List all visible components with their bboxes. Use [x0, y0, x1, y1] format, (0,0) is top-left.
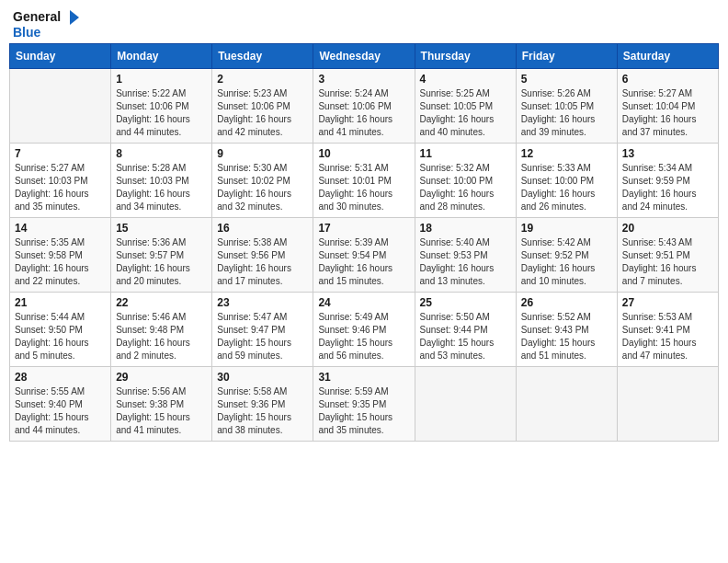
day-number: 30	[217, 371, 308, 384]
calendar-cell	[10, 69, 111, 144]
day-number: 14	[15, 222, 106, 235]
col-header-saturday: Saturday	[617, 44, 718, 69]
day-info: Sunrise: 5:43 AMSunset: 9:51 PMDaylight:…	[622, 236, 713, 288]
day-number: 3	[318, 73, 409, 86]
day-number: 1	[116, 73, 207, 86]
day-info: Sunrise: 5:40 AMSunset: 9:53 PMDaylight:…	[420, 236, 511, 288]
day-number: 12	[521, 147, 612, 160]
calendar-cell: 10Sunrise: 5:31 AMSunset: 10:01 PMDaylig…	[313, 144, 415, 218]
calendar-cell: 11Sunrise: 5:32 AMSunset: 10:00 PMDaylig…	[415, 144, 516, 218]
day-info: Sunrise: 5:59 AMSunset: 9:35 PMDaylight:…	[318, 385, 409, 437]
day-info: Sunrise: 5:52 AMSunset: 9:43 PMDaylight:…	[521, 311, 612, 362]
calendar-cell: 12Sunrise: 5:33 AMSunset: 10:00 PMDaylig…	[516, 144, 617, 218]
calendar-cell: 13Sunrise: 5:34 AMSunset: 9:59 PMDayligh…	[617, 144, 718, 218]
col-header-monday: Monday	[111, 44, 212, 69]
calendar-cell: 26Sunrise: 5:52 AMSunset: 9:43 PMDayligh…	[516, 293, 617, 367]
day-number: 21	[15, 296, 106, 309]
calendar-cell	[415, 367, 516, 442]
day-number: 31	[318, 371, 409, 384]
day-number: 28	[15, 371, 106, 384]
svg-marker-0	[70, 10, 79, 25]
day-info: Sunrise: 5:38 AMSunset: 9:56 PMDaylight:…	[217, 236, 308, 288]
day-number: 18	[420, 222, 511, 235]
day-info: Sunrise: 5:55 AMSunset: 9:40 PMDaylight:…	[15, 385, 106, 437]
day-number: 25	[420, 296, 511, 309]
calendar-cell: 20Sunrise: 5:43 AMSunset: 9:51 PMDayligh…	[617, 218, 718, 293]
calendar-cell: 3Sunrise: 5:24 AMSunset: 10:06 PMDayligh…	[313, 69, 415, 144]
col-header-sunday: Sunday	[10, 44, 111, 69]
day-number: 11	[420, 147, 511, 160]
calendar-cell: 21Sunrise: 5:44 AMSunset: 9:50 PMDayligh…	[10, 293, 111, 367]
day-number: 19	[521, 222, 612, 235]
calendar-cell	[617, 367, 718, 442]
col-header-thursday: Thursday	[415, 44, 516, 69]
day-number: 22	[116, 296, 207, 309]
day-info: Sunrise: 5:27 AMSunset: 10:03 PMDaylight…	[15, 162, 106, 213]
day-info: Sunrise: 5:22 AMSunset: 10:06 PMDaylight…	[116, 87, 207, 139]
calendar-cell: 24Sunrise: 5:49 AMSunset: 9:46 PMDayligh…	[313, 293, 415, 367]
calendar-cell: 15Sunrise: 5:36 AMSunset: 9:57 PMDayligh…	[111, 218, 212, 293]
day-info: Sunrise: 5:26 AMSunset: 10:05 PMDaylight…	[521, 87, 612, 139]
day-info: Sunrise: 5:34 AMSunset: 9:59 PMDaylight:…	[622, 162, 713, 213]
day-number: 8	[116, 147, 207, 160]
day-info: Sunrise: 5:42 AMSunset: 9:52 PMDaylight:…	[521, 236, 612, 288]
col-header-friday: Friday	[516, 44, 617, 69]
calendar-cell: 4Sunrise: 5:25 AMSunset: 10:05 PMDayligh…	[415, 69, 516, 144]
logo-text: General Blue	[13, 9, 79, 40]
day-info: Sunrise: 5:28 AMSunset: 10:03 PMDaylight…	[116, 162, 207, 213]
day-info: Sunrise: 5:30 AMSunset: 10:02 PMDaylight…	[217, 162, 308, 213]
day-info: Sunrise: 5:49 AMSunset: 9:46 PMDaylight:…	[318, 311, 409, 362]
day-info: Sunrise: 5:24 AMSunset: 10:06 PMDaylight…	[318, 87, 409, 139]
calendar-cell: 18Sunrise: 5:40 AMSunset: 9:53 PMDayligh…	[415, 218, 516, 293]
calendar-cell: 28Sunrise: 5:55 AMSunset: 9:40 PMDayligh…	[10, 367, 111, 442]
col-header-wednesday: Wednesday	[313, 44, 415, 69]
calendar-cell: 14Sunrise: 5:35 AMSunset: 9:58 PMDayligh…	[10, 218, 111, 293]
calendar-cell: 31Sunrise: 5:59 AMSunset: 9:35 PMDayligh…	[313, 367, 415, 442]
calendar-cell: 19Sunrise: 5:42 AMSunset: 9:52 PMDayligh…	[516, 218, 617, 293]
day-number: 2	[217, 73, 308, 86]
day-info: Sunrise: 5:32 AMSunset: 10:00 PMDaylight…	[420, 162, 511, 213]
day-info: Sunrise: 5:25 AMSunset: 10:05 PMDaylight…	[420, 87, 511, 139]
calendar-cell: 27Sunrise: 5:53 AMSunset: 9:41 PMDayligh…	[617, 293, 718, 367]
day-number: 10	[318, 147, 409, 160]
day-number: 24	[318, 296, 409, 309]
day-number: 26	[521, 296, 612, 309]
day-info: Sunrise: 5:46 AMSunset: 9:48 PMDaylight:…	[116, 311, 207, 362]
day-number: 27	[622, 296, 713, 309]
day-info: Sunrise: 5:23 AMSunset: 10:06 PMDaylight…	[217, 87, 308, 139]
day-info: Sunrise: 5:56 AMSunset: 9:38 PMDaylight:…	[116, 385, 207, 437]
calendar-cell: 5Sunrise: 5:26 AMSunset: 10:05 PMDayligh…	[516, 69, 617, 144]
day-number: 5	[521, 73, 612, 86]
day-info: Sunrise: 5:31 AMSunset: 10:01 PMDaylight…	[318, 162, 409, 213]
calendar-cell: 8Sunrise: 5:28 AMSunset: 10:03 PMDayligh…	[111, 144, 212, 218]
day-number: 17	[318, 222, 409, 235]
day-info: Sunrise: 5:33 AMSunset: 10:00 PMDaylight…	[521, 162, 612, 213]
calendar-cell: 6Sunrise: 5:27 AMSunset: 10:04 PMDayligh…	[617, 69, 718, 144]
logo-shape-icon	[63, 9, 79, 26]
logo: General Blue	[13, 9, 79, 40]
calendar-cell: 17Sunrise: 5:39 AMSunset: 9:54 PMDayligh…	[313, 218, 415, 293]
page-header: General Blue	[9, 9, 719, 40]
calendar-cell	[516, 367, 617, 442]
day-info: Sunrise: 5:35 AMSunset: 9:58 PMDaylight:…	[15, 236, 106, 288]
calendar-table: SundayMondayTuesdayWednesdayThursdayFrid…	[9, 43, 719, 442]
day-info: Sunrise: 5:47 AMSunset: 9:47 PMDaylight:…	[217, 311, 308, 362]
day-number: 6	[622, 73, 713, 86]
calendar-cell: 16Sunrise: 5:38 AMSunset: 9:56 PMDayligh…	[212, 218, 313, 293]
calendar-cell: 23Sunrise: 5:47 AMSunset: 9:47 PMDayligh…	[212, 293, 313, 367]
day-info: Sunrise: 5:27 AMSunset: 10:04 PMDaylight…	[622, 87, 713, 139]
day-info: Sunrise: 5:58 AMSunset: 9:36 PMDaylight:…	[217, 385, 308, 437]
day-info: Sunrise: 5:39 AMSunset: 9:54 PMDaylight:…	[318, 236, 409, 288]
calendar-cell: 2Sunrise: 5:23 AMSunset: 10:06 PMDayligh…	[212, 69, 313, 144]
calendar-cell: 9Sunrise: 5:30 AMSunset: 10:02 PMDayligh…	[212, 144, 313, 218]
day-number: 4	[420, 73, 511, 86]
calendar-cell: 1Sunrise: 5:22 AMSunset: 10:06 PMDayligh…	[111, 69, 212, 144]
day-info: Sunrise: 5:44 AMSunset: 9:50 PMDaylight:…	[15, 311, 106, 362]
day-number: 15	[116, 222, 207, 235]
day-info: Sunrise: 5:36 AMSunset: 9:57 PMDaylight:…	[116, 236, 207, 288]
day-number: 23	[217, 296, 308, 309]
calendar-cell: 29Sunrise: 5:56 AMSunset: 9:38 PMDayligh…	[111, 367, 212, 442]
col-header-tuesday: Tuesday	[212, 44, 313, 69]
day-number: 20	[622, 222, 713, 235]
day-number: 13	[622, 147, 713, 160]
